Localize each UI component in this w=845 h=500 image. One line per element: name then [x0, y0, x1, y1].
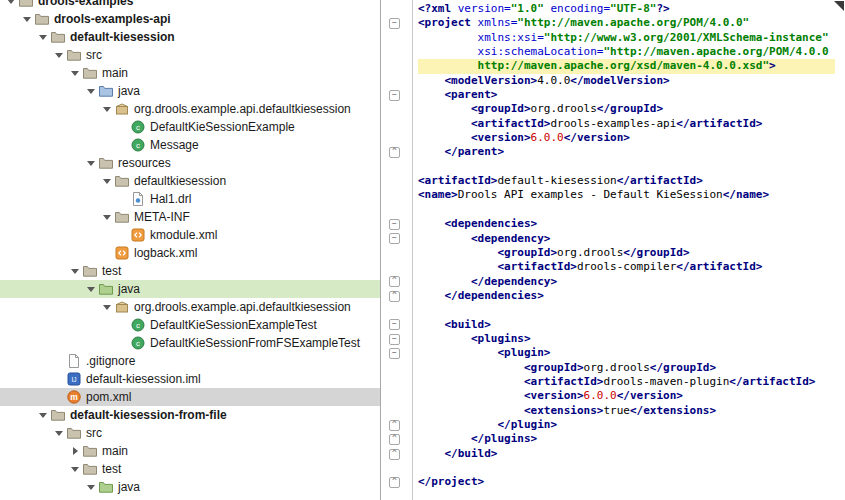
code-line[interactable]: <groupId>org.drools</groupId> [418, 246, 845, 260]
code-line[interactable]: </plugin> [418, 418, 845, 432]
chevron-down-icon[interactable] [52, 424, 66, 442]
tree-item-label: drools-examples-api [54, 12, 177, 26]
code-line[interactable]: <parent> [418, 88, 845, 102]
fold-collapse-icon[interactable]: − [389, 90, 400, 101]
tree-item[interactable]: org.drools.example.api.defaultkiesession [0, 298, 380, 316]
chevron-down-icon[interactable] [20, 10, 34, 28]
code-line[interactable]: <artifactId>drools-maven-plugin</artifac… [418, 375, 845, 389]
code-line[interactable]: </dependencies> [418, 289, 845, 303]
code-line[interactable]: <version>6.0.0</version> [418, 131, 845, 145]
code-line[interactable]: <?xml version="1.0" encoding="UTF-8"?> [418, 2, 845, 16]
code-line[interactable]: <dependency> [418, 232, 845, 246]
fold-end-icon[interactable]: ^ [389, 477, 400, 488]
tree-item[interactable]: test [0, 262, 380, 280]
tree-item[interactable]: drools-examples [0, 0, 380, 10]
tree-item[interactable]: IJdefault-kiesession.iml [0, 370, 380, 388]
code-line[interactable]: </parent> [418, 145, 845, 159]
chevron-down-icon[interactable] [36, 406, 50, 424]
chevron-down-icon[interactable] [4, 0, 18, 10]
chevron-down-icon[interactable] [52, 46, 66, 64]
chevron-down-icon[interactable] [36, 28, 50, 46]
tree-item[interactable]: java [0, 82, 380, 100]
code-line[interactable]: <build> [418, 318, 845, 332]
code-line[interactable]: <name>Drools API examples - Default KieS… [418, 188, 845, 202]
fold-collapse-icon[interactable]: − [389, 348, 400, 359]
code-line[interactable]: <artifactId>drools-compiler</artifactId> [418, 260, 845, 274]
chevron-down-icon[interactable] [68, 64, 82, 82]
tree-item[interactable]: cMessage [0, 136, 380, 154]
tree-item[interactable]: drools-examples-api [0, 10, 380, 28]
tree-item[interactable]: cDefaultKieSessionExample [0, 118, 380, 136]
fold-end-icon[interactable]: ^ [389, 434, 400, 445]
chevron-down-icon[interactable] [84, 280, 98, 298]
tree-item[interactable]: META-INF [0, 208, 380, 226]
tree-item[interactable]: main [0, 64, 380, 82]
tree-item[interactable]: cDefaultKieSessionFromFSExampleTest [0, 334, 380, 352]
tree-item[interactable]: mpom.xml [0, 388, 380, 406]
fold-collapse-icon[interactable]: − [389, 334, 400, 345]
tree-item[interactable]: resources [0, 154, 380, 172]
code-line[interactable] [418, 303, 845, 317]
chevron-down-icon[interactable] [84, 82, 98, 100]
code-line[interactable]: <groupId>org.drools</groupId> [418, 102, 845, 116]
code-line[interactable]: <groupId>org.drools</groupId> [418, 361, 845, 375]
chevron-down-icon[interactable] [100, 172, 114, 190]
tree-item[interactable]: test [0, 460, 380, 478]
tree-item[interactable]: defaultkiesession [0, 172, 380, 190]
code-area[interactable]: <?xml version="1.0" encoding="UTF-8"?><p… [413, 0, 845, 500]
fold-end-icon[interactable]: ^ [389, 449, 400, 460]
tree-item-label: default-kiesession-from-file [70, 408, 233, 422]
tree-item[interactable]: default-kiesession-from-file [0, 406, 380, 424]
tree-item[interactable]: Hal1.drl [0, 190, 380, 208]
code-line[interactable] [418, 203, 845, 217]
code-line[interactable]: <artifactId>drools-examples-api</artifac… [418, 117, 845, 131]
fold-collapse-icon[interactable]: − [389, 233, 400, 244]
code-line[interactable]: <dependencies> [418, 217, 845, 231]
code-line[interactable]: <plugin> [418, 346, 845, 360]
code-line[interactable]: </build> [418, 447, 845, 461]
chevron-down-icon[interactable] [68, 262, 82, 280]
chevron-down-icon[interactable] [100, 208, 114, 226]
tree-item[interactable]: logback.xml [0, 244, 380, 262]
chevron-down-icon[interactable] [84, 154, 98, 172]
fold-collapse-icon[interactable]: − [389, 219, 400, 230]
tree-item[interactable]: org.drools.example.api.defaultkiesession [0, 100, 380, 118]
code-line[interactable]: <version>6.0.0</version> [418, 389, 845, 403]
fold-end-icon[interactable]: ^ [389, 291, 400, 302]
fold-collapse-icon[interactable]: − [389, 319, 400, 330]
chevron-down-icon[interactable] [68, 460, 82, 478]
fold-end-icon[interactable]: ^ [389, 276, 400, 287]
tree-item[interactable]: java [0, 478, 380, 496]
tree-item[interactable]: kmodule.xml [0, 226, 380, 244]
tree-item-label: .gitignore [86, 354, 141, 368]
chevron-down-icon[interactable] [100, 298, 114, 316]
tree-item[interactable]: default-kiesession [0, 28, 380, 46]
tree-item[interactable]: cDefaultKieSessionExampleTest [0, 316, 380, 334]
file-drl-icon [130, 191, 146, 207]
error-stripe[interactable] [835, 0, 845, 500]
code-line[interactable]: <plugins> [418, 332, 845, 346]
code-line[interactable]: </project> [418, 475, 845, 489]
code-line[interactable] [418, 160, 845, 174]
code-line[interactable] [418, 461, 845, 475]
code-line[interactable]: </dependency> [418, 275, 845, 289]
code-line[interactable]: <artifactId>default-kiesession</artifact… [418, 174, 845, 188]
code-line[interactable]: xmlns:xsi="http://www.w3.org/2001/XMLSch… [418, 31, 845, 45]
tree-item[interactable]: src [0, 424, 380, 442]
fold-end-icon[interactable]: ^ [389, 147, 400, 158]
tree-item[interactable]: .gitignore [0, 352, 380, 370]
code-line[interactable]: <project xmlns="http://maven.apache.org/… [418, 16, 845, 30]
code-line[interactable]: xsi:schemaLocation="http://maven.apache.… [418, 45, 845, 59]
tree-item[interactable]: java [0, 280, 380, 298]
code-line[interactable]: </plugins> [418, 432, 845, 446]
code-line[interactable]: <extensions>true</extensions> [418, 404, 845, 418]
code-line[interactable]: http://maven.apache.org/xsd/maven-4.0.0.… [418, 59, 845, 73]
fold-end-icon[interactable]: ^ [389, 420, 400, 431]
tree-item[interactable]: src [0, 46, 380, 64]
code-line[interactable]: <modelVersion>4.0.0</modelVersion> [418, 74, 845, 88]
fold-collapse-icon[interactable]: − [389, 18, 400, 29]
tree-item[interactable]: main [0, 442, 380, 460]
chevron-down-icon[interactable] [84, 478, 98, 496]
chevron-right-icon[interactable] [68, 442, 82, 460]
chevron-down-icon[interactable] [100, 100, 114, 118]
